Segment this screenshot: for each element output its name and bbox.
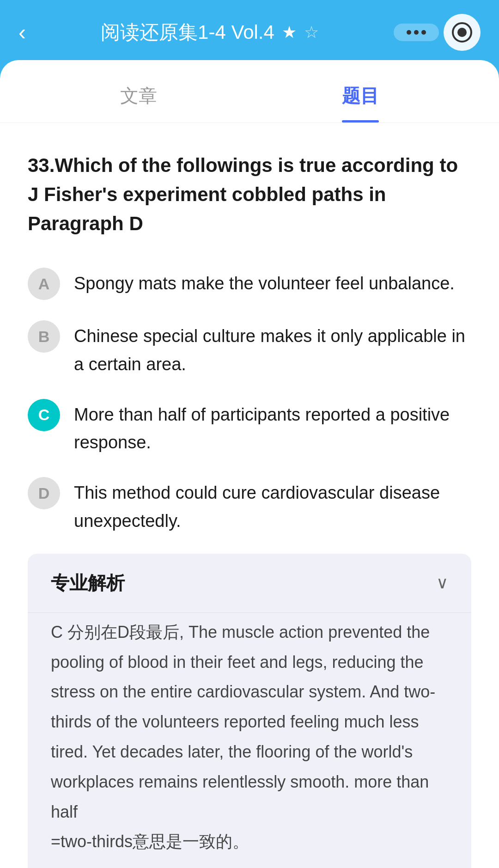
analysis-toggle[interactable]: 专业解析 ∨ (28, 554, 471, 612)
book-title: 阅读还原集1-4 Vol.4 (101, 19, 274, 45)
option-b-badge: B (28, 320, 60, 353)
dot-1 (407, 30, 411, 35)
option-b-text: Chinese special culture makes it only ap… (74, 318, 471, 379)
option-c-text: More than half of participants reported … (74, 397, 471, 457)
option-a-item[interactable]: A Spongy mats make the volunteer feel un… (28, 266, 471, 300)
record-button[interactable] (444, 14, 481, 51)
back-button[interactable]: ‹ (18, 21, 26, 43)
tab-bar: 文章 题目 (0, 60, 499, 123)
analysis-title: 专业解析 (51, 570, 125, 596)
question-area: 33.Which of the followings is true accor… (0, 123, 499, 868)
option-b-item[interactable]: B Chinese special culture makes it only … (28, 318, 471, 379)
tab-article[interactable]: 文章 (28, 60, 250, 122)
header-title-group: 阅读还原集1-4 Vol.4 ★ ☆ (101, 19, 319, 45)
option-c-badge: C (28, 399, 60, 431)
question-title: 33.Which of the followings is true accor… (28, 151, 471, 238)
tab-questions[interactable]: 题目 (250, 60, 471, 122)
option-a-badge: A (28, 268, 60, 300)
record-icon (452, 22, 472, 43)
main-content-card: 文章 题目 33.Which of the followings is true… (0, 60, 499, 868)
option-d-badge: D (28, 477, 60, 509)
dot-2 (414, 30, 419, 35)
star-empty-icon[interactable]: ☆ (304, 23, 319, 42)
option-d-text: This method could cure cardiovascular di… (74, 475, 471, 535)
header-actions (394, 14, 481, 51)
analysis-text: C 分别在D段最后, The muscle action prevented t… (51, 623, 435, 851)
analysis-section: 专业解析 ∨ C 分别在D段最后, The muscle action prev… (28, 554, 471, 868)
analysis-body: C 分别在D段最后, The muscle action prevented t… (28, 612, 471, 868)
chevron-down-icon: ∨ (436, 573, 448, 593)
star-filled-icon[interactable]: ★ (282, 23, 297, 42)
more-options-button[interactable] (394, 24, 439, 41)
option-d-item[interactable]: D This method could cure cardiovascular … (28, 475, 471, 535)
option-c-item[interactable]: C More than half of participants reporte… (28, 397, 471, 457)
dot-3 (421, 30, 426, 35)
option-a-text: Spongy mats make the volunteer feel unba… (74, 266, 455, 298)
app-header: ‹ 阅读还原集1-4 Vol.4 ★ ☆ (0, 0, 499, 60)
options-list: A Spongy mats make the volunteer feel un… (28, 266, 471, 535)
svg-point-1 (457, 28, 467, 37)
